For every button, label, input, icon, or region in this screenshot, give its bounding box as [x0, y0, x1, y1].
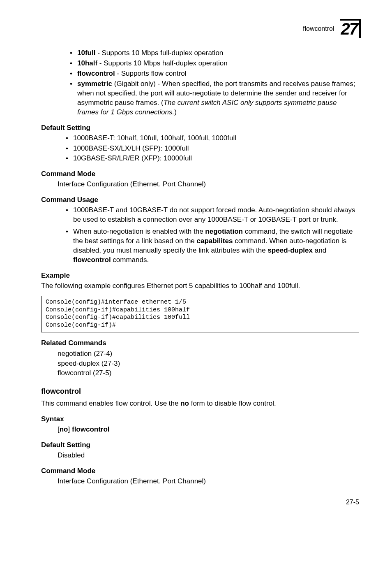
- flowcontrol-intro: This command enables flow control. Use t…: [41, 399, 359, 409]
- related-item: speed-duplex (27-3): [58, 359, 359, 369]
- related-item: negotiation (27-4): [58, 349, 359, 359]
- related-commands-list: negotiation (27-4) speed-duplex (27-3) f…: [58, 349, 359, 378]
- list-item: 1000BASE-T and 10GBASE-T do not support …: [66, 206, 359, 225]
- command-mode-text: Interface Configuration (Ethernet, Port …: [58, 180, 359, 189]
- example-heading: Example: [41, 272, 359, 280]
- page-header: flowcontrol 27: [41, 21, 359, 37]
- page-content: flowcontrol 27 10full - Supports 10 Mbps…: [0, 0, 392, 522]
- list-item: symmetric (Gigabit only) - When specifie…: [70, 79, 359, 117]
- list-item: 10GBASE-SR/LR/ER (XFP): 10000full: [66, 154, 359, 163]
- syntax-text: [no] flowcontrol: [58, 425, 359, 434]
- command-mode2-text: Interface Configuration (Ethernet, Port …: [58, 477, 359, 486]
- list-item: 10full - Supports 10 Mbps full-duplex op…: [70, 49, 359, 58]
- code-block: Console(config)#interface ethernet 1/5 C…: [41, 296, 359, 332]
- command-mode2-heading: Command Mode: [41, 467, 359, 475]
- related-item: flowcontrol (27-5): [58, 368, 359, 378]
- example-intro: The following example configures Etherne…: [41, 281, 359, 291]
- related-commands-heading: Related Commands: [41, 339, 359, 347]
- running-header: flowcontrol: [303, 25, 334, 32]
- flowcontrol-heading: flowcontrol: [41, 387, 359, 396]
- command-mode-heading: Command Mode: [41, 170, 359, 178]
- default-setting-list: 1000BASE-T: 10half, 10full, 100half, 100…: [41, 134, 359, 164]
- command-usage-heading: Command Usage: [41, 196, 359, 204]
- list-item: When auto-negotiation is enabled with th…: [66, 227, 359, 265]
- capability-options-list: 10full - Supports 10 Mbps full-duplex op…: [41, 49, 359, 117]
- list-item: 1000BASE-T: 10half, 10full, 100half, 100…: [66, 134, 359, 143]
- default-setting2-heading: Default Setting: [41, 441, 359, 449]
- list-item: 1000BASE-SX/LX/LH (SFP): 1000full: [66, 144, 359, 153]
- command-usage-list: 1000BASE-T and 10GBASE-T do not support …: [41, 206, 359, 265]
- list-item: 10half - Supports 10 Mbps half-duplex op…: [70, 59, 359, 68]
- page-number: 27-5: [41, 499, 359, 506]
- list-item: flowcontrol - Supports flow control: [70, 69, 359, 79]
- syntax-heading: Syntax: [41, 415, 359, 423]
- chapter-number: 27: [341, 21, 360, 37]
- default-setting2-text: Disabled: [58, 451, 359, 460]
- default-setting-heading: Default Setting: [41, 124, 359, 132]
